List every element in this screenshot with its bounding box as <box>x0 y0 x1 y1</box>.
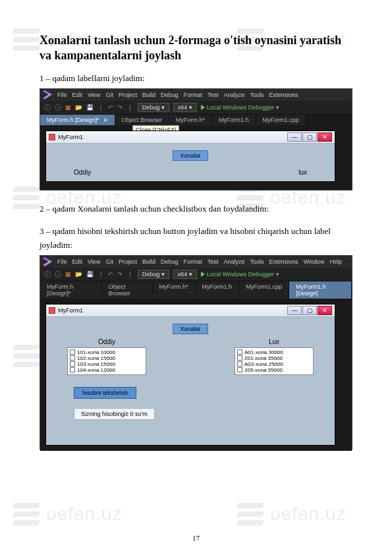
tab-formh[interactable]: MyForm.h* <box>153 281 196 299</box>
vs-toolbar: ‹ › ▦ 📂 💾 | ↶ ↷ | Debug ▾ x64 ▾ Local Wi… <box>40 101 352 115</box>
menu-extensions[interactable]: Extensions <box>269 92 298 98</box>
menu-build[interactable]: Build <box>142 258 155 265</box>
menu-file[interactable]: File <box>57 92 67 98</box>
play-icon <box>201 272 205 277</box>
platform-select[interactable]: x64 ▾ <box>173 270 197 279</box>
vs-logo-icon <box>43 90 52 100</box>
undo-icon[interactable]: ↶ <box>108 271 113 278</box>
run-button[interactable]: Local Windows Debugger ▾ <box>201 104 280 111</box>
menu-test[interactable]: Test <box>208 92 219 98</box>
list-item[interactable]: 104-xona 12000 <box>69 367 144 373</box>
checkbox-icon[interactable] <box>237 355 242 361</box>
save-icon[interactable]: 💾 <box>86 271 94 278</box>
menu-window[interactable]: Window <box>304 258 325 265</box>
list-item[interactable]: 201-xona 35000 <box>237 355 312 361</box>
tab-form1cpp[interactable]: MyForm1.cpp <box>256 115 306 125</box>
menu-analyze[interactable]: Analyze <box>224 92 245 98</box>
calculate-button[interactable]: hisobni tekshirish <box>74 387 136 399</box>
vs-screenshot-2: File Edit View Git Project Build Debug F… <box>40 255 352 450</box>
menu-extensions[interactable]: Extensions <box>269 258 298 265</box>
save-icon[interactable]: 💾 <box>86 104 94 111</box>
tab-designer[interactable]: MyForm.h [Design]*✕ <box>40 115 115 125</box>
close-icon[interactable]: ✕ <box>103 117 108 123</box>
list-item[interactable]: 205-xona 35000 <box>237 367 312 373</box>
menu-edit[interactable]: Edit <box>72 92 83 98</box>
xonalar-button[interactable]: Xonalar <box>173 150 208 161</box>
config-select[interactable]: Debug ▾ <box>138 270 169 279</box>
list-item[interactable]: A03-xona 25000 <box>237 361 312 367</box>
checkbox-icon[interactable] <box>237 349 242 355</box>
menu-view[interactable]: View <box>88 258 100 265</box>
platform-select[interactable]: x64 ▾ <box>173 103 197 112</box>
open-icon[interactable]: 📂 <box>75 104 82 111</box>
menu-test[interactable]: Test <box>208 258 219 265</box>
menu-git[interactable]: Git <box>105 92 113 98</box>
tab-form1h[interactable]: MyForm1.h <box>196 281 240 299</box>
oddiy-label: Oddiy <box>67 338 146 345</box>
close-button[interactable]: ✕ <box>318 132 332 142</box>
checkbox-icon[interactable] <box>237 361 242 366</box>
list-item[interactable]: A01-xona 30000 <box>237 349 312 355</box>
tab-form1design[interactable]: MyForm1.h [Design] <box>289 281 352 299</box>
list-item[interactable]: 103-xona 15000 <box>69 361 144 367</box>
lux-label: Lux <box>235 338 314 345</box>
list-item[interactable]: 101-xona 10000 <box>69 349 144 355</box>
step1-text: 1 – qadam labellarni joyladim: <box>40 72 352 86</box>
step2-text: 2 – qadam Xonalarni tanlash uchun checkl… <box>40 202 352 216</box>
xonalar-button[interactable]: Xonalar <box>173 324 208 334</box>
nav-back-icon[interactable]: ‹ <box>44 104 51 111</box>
tab-designer[interactable]: MyForm.h [Design]* <box>40 281 102 299</box>
watermark: oefen.uz <box>270 504 346 525</box>
tab-formh[interactable]: MyForm.h* <box>169 115 212 125</box>
menu-tools[interactable]: Tools <box>250 92 264 98</box>
vs-tabs-2: MyForm.h [Design]* Object Browser MyForm… <box>40 281 352 299</box>
menu-file[interactable]: File <box>57 258 67 265</box>
menu-tools[interactable]: Tools <box>250 258 264 265</box>
menu-project[interactable]: Project <box>119 92 137 98</box>
nav-back-icon[interactable]: ‹ <box>44 271 51 278</box>
tab-form1cpp[interactable]: MyForm1.cpp <box>239 281 289 299</box>
new-icon[interactable]: ▦ <box>65 104 71 111</box>
open-icon[interactable]: 📂 <box>75 271 82 278</box>
run-button[interactable]: Local Windows Debugger ▾ <box>201 271 280 278</box>
checkbox-icon[interactable] <box>70 361 75 366</box>
maximize-button[interactable]: ▢ <box>302 132 317 142</box>
new-icon[interactable]: ▦ <box>65 271 71 278</box>
menu-project[interactable]: Project <box>119 258 137 265</box>
page-title: Xonalarni tanlash uchun 2-formaga o'tish… <box>40 33 352 64</box>
menu-debug[interactable]: Debug <box>161 258 179 265</box>
menu-build[interactable]: Build <box>142 92 155 98</box>
menu-help[interactable]: Help <box>330 258 343 265</box>
config-select[interactable]: Debug ▾ <box>138 103 169 112</box>
tab-form1h[interactable]: MyForm1.h <box>212 115 256 125</box>
menu-edit[interactable]: Edit <box>72 258 83 265</box>
checkbox-icon[interactable] <box>70 355 75 361</box>
list-item[interactable]: 102-xona 15000 <box>69 355 144 361</box>
lux-checklist[interactable]: A01-xona 30000 201-xona 35000 A03-xona 2… <box>235 347 314 375</box>
tab-objbrowser[interactable]: Object Browser <box>115 115 170 125</box>
checkbox-icon[interactable] <box>237 367 242 372</box>
menu-format[interactable]: Format <box>183 258 202 265</box>
menu-analyze[interactable]: Analyze <box>224 258 245 265</box>
minimize-button[interactable]: — <box>287 132 302 142</box>
form-icon <box>49 134 55 140</box>
redo-icon[interactable]: ↷ <box>117 271 123 278</box>
checkbox-icon[interactable] <box>70 367 75 372</box>
total-label: Sizning hisobingiz 0 so'm <box>74 408 155 420</box>
nav-forward-icon[interactable]: › <box>55 271 61 278</box>
menu-view[interactable]: View <box>88 92 100 98</box>
maximize-button[interactable]: ▢ <box>302 306 317 315</box>
vs-tabs: MyForm.h [Design]*✕ Object Browser MyFor… <box>40 115 352 125</box>
redo-icon[interactable]: ↷ <box>117 104 123 111</box>
close-button[interactable]: ✕ <box>318 306 332 315</box>
nav-forward-icon[interactable]: › <box>55 104 61 111</box>
vs-menubar: File Edit View Git Project Build Debug F… <box>40 89 352 101</box>
menu-debug[interactable]: Debug <box>161 92 179 98</box>
minimize-button[interactable]: — <box>287 306 302 315</box>
menu-format[interactable]: Format <box>183 92 202 98</box>
menu-git[interactable]: Git <box>105 258 113 265</box>
undo-icon[interactable]: ↶ <box>108 104 113 111</box>
oddiy-checklist[interactable]: 101-xona 10000 102-xona 15000 103-xona 1… <box>67 347 146 375</box>
checkbox-icon[interactable] <box>70 349 75 355</box>
tab-objbrowser[interactable]: Object Browser <box>102 281 153 299</box>
